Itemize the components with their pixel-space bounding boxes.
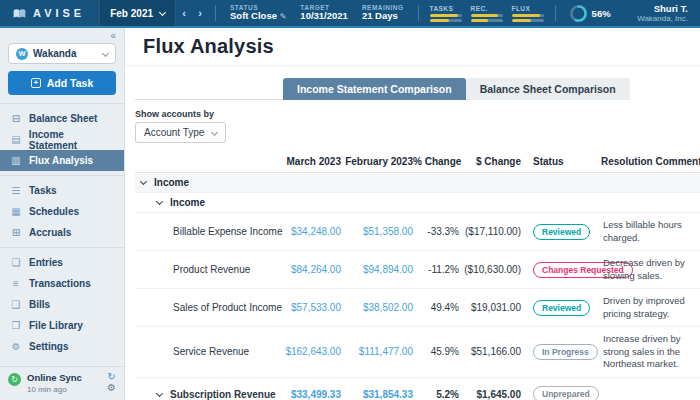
meter-rec[interactable]: REC.	[471, 5, 503, 22]
dollar-change-value: $51,166.00	[459, 346, 521, 357]
app-window: AVISE Feb 2021 ‹ › STATUS Soft Close ✎ T…	[0, 0, 700, 400]
app-logo[interactable]: AVISE	[0, 7, 99, 20]
progress-percent: 56%	[592, 8, 611, 19]
collapse-sidebar-icon[interactable]: «	[0, 31, 124, 41]
february-value[interactable]: $38,502.00	[341, 302, 413, 313]
divider	[555, 5, 556, 21]
reconciliation-meter-icon	[471, 19, 503, 22]
tab-income-statement-comparison[interactable]: Income Statement Comparison	[283, 78, 466, 100]
status-value: Soft Close	[230, 10, 277, 21]
user-name: Shuri T.	[637, 3, 688, 14]
nav-group: ☰Tasks▦Schedules⊞Accruals	[0, 175, 124, 247]
account-name: Service Revenue	[173, 346, 249, 357]
file-library-icon: ❒	[10, 320, 22, 331]
sidebar-item-flux-analysis[interactable]: ▥Flux Analysis	[0, 150, 124, 171]
sidebar-item-label: Tasks	[29, 185, 57, 196]
dollar-change-value: ($17,110.00)	[459, 226, 521, 237]
march-value[interactable]: $84,264.00	[283, 264, 341, 275]
meter-label: REC.	[471, 5, 503, 12]
sidebar-item-balance-sheet[interactable]: ⊟Balance Sheet	[0, 108, 124, 129]
march-value[interactable]: $162,643.00	[283, 346, 341, 357]
next-period-button[interactable]: ›	[192, 0, 208, 26]
online-sync-status: ↻ Online Sync 10 min ago ↻ ⚙	[0, 366, 124, 400]
march-value[interactable]: $33,499.33	[283, 389, 341, 400]
nav-group: ⊟Balance Sheet▤Income Statement▥Flux Ana…	[0, 103, 124, 175]
pct-change-value: -33.3%	[413, 226, 459, 237]
progress-ring-icon	[569, 4, 588, 23]
sidebar-item-schedules[interactable]: ▦Schedules	[0, 201, 124, 222]
completion-ring[interactable]: 56%	[569, 4, 611, 23]
table-row-billable-expense-income[interactable]: Billable Expense Income$34,248.00$51,358…	[135, 213, 700, 251]
balance-sheet-icon: ⊟	[10, 113, 22, 124]
company-name: Wakanda, Inc.	[637, 14, 688, 24]
february-value[interactable]: $31,854.33	[341, 389, 413, 400]
february-value[interactable]: $111,477.00	[341, 346, 413, 357]
resolution-comment: Decrease driven by slowing sales.	[601, 257, 700, 282]
refresh-icon[interactable]: ↻	[107, 372, 115, 382]
entity-selector[interactable]: W Wakanda	[8, 43, 116, 64]
flux-meter-icon	[512, 14, 544, 17]
sidebar-item-entries[interactable]: ❏Entries	[0, 252, 124, 273]
edit-status-icon[interactable]: ✎	[280, 12, 287, 21]
account-type-select[interactable]: Account Type	[135, 122, 226, 143]
table-row-service-revenue[interactable]: Service Revenue$162,643.00$111,477.0045.…	[135, 327, 700, 378]
entries-icon: ❏	[10, 257, 22, 268]
sidebar-item-settings[interactable]: ⚙Settings	[0, 336, 124, 357]
income-statement-icon: ▤	[10, 134, 22, 145]
meter-tasks[interactable]: TASKS	[430, 5, 462, 22]
march-value[interactable]: $57,533.00	[283, 302, 341, 313]
add-task-label: Add Task	[47, 77, 93, 89]
period-selector[interactable]: Feb 2021	[99, 0, 176, 26]
logo-text: AVISE	[33, 7, 85, 19]
table-body: IncomeIncomeBillable Expense Income$34,2…	[135, 173, 700, 400]
table-row-product-revenue[interactable]: Product Revenue$84,264.00$94,894.00-11.2…	[135, 251, 700, 289]
avise-logo-icon	[12, 7, 27, 20]
table-row-subscription-revenue[interactable]: Subscription Revenue$33,499.33$31,854.33…	[135, 378, 700, 400]
sidebar-item-accruals[interactable]: ⊞Accruals	[0, 222, 124, 243]
table-row-sales-of-product-income[interactable]: Sales of Product Income$57,533.00$38,502…	[135, 289, 700, 327]
tasks-meter-icon	[430, 19, 462, 22]
sidebar-item-label: Bills	[29, 299, 50, 310]
chevron-down-icon	[211, 129, 218, 136]
sidebar-item-tasks[interactable]: ☰Tasks	[0, 180, 124, 201]
gear-icon[interactable]: ⚙	[107, 383, 116, 393]
february-value[interactable]: $51,358.00	[341, 226, 413, 237]
status-badge[interactable]: Reviewed	[533, 300, 590, 316]
page-header: Flux Analysis	[125, 28, 700, 66]
collapse-row-icon[interactable]	[156, 198, 163, 205]
collapse-row-icon[interactable]	[140, 178, 147, 185]
divider	[418, 5, 419, 21]
status-badge[interactable]: In Progress	[533, 344, 598, 360]
sidebar-item-bills[interactable]: ❑Bills	[0, 294, 124, 315]
status-block: STATUS Soft Close ✎	[230, 4, 286, 22]
tab-balance-sheet-comparison[interactable]: Balance Sheet Comparison	[466, 78, 630, 100]
sidebar-item-label: File Library	[29, 320, 83, 331]
page-title: Flux Analysis	[143, 35, 700, 58]
march-value[interactable]: $34,248.00	[283, 226, 341, 237]
progress-meters: TASKSREC.FLUX	[430, 5, 544, 22]
meter-flux[interactable]: FLUX	[512, 5, 544, 22]
user-info[interactable]: Shuri T. Wakanda, Inc.	[637, 3, 700, 24]
group-row-income[interactable]: Income	[135, 173, 700, 193]
previous-period-button[interactable]: ‹	[176, 0, 192, 26]
selected-filter-value: Account Type	[144, 127, 204, 138]
add-task-button[interactable]: + Add Task	[8, 71, 116, 95]
table-header-row: March 2023 February 2023 % Change $ Chan…	[135, 151, 700, 173]
group-row-income[interactable]: Income	[135, 193, 700, 213]
sidebar-item-income-statement[interactable]: ▤Income Statement	[0, 129, 124, 150]
sync-label: Online Sync	[27, 372, 82, 383]
sync-time: 10 min ago	[27, 385, 82, 394]
dollar-change-value: $19,031.00	[459, 302, 521, 313]
sidebar-item-file-library[interactable]: ❒File Library	[0, 315, 124, 336]
reconciliation-meter-icon	[471, 14, 503, 17]
february-value[interactable]: $94,894.00	[341, 264, 413, 275]
status-badge[interactable]: Unprepared	[533, 386, 599, 400]
settings-icon: ⚙	[10, 341, 22, 352]
column-header-february: February 2023	[341, 156, 413, 167]
top-bar: AVISE Feb 2021 ‹ › STATUS Soft Close ✎ T…	[0, 0, 700, 26]
dollar-change-value: ($10,630.00)	[459, 264, 521, 275]
status-badge[interactable]: Reviewed	[533, 224, 590, 240]
flux-meter-icon	[512, 19, 544, 22]
sidebar-item-transactions[interactable]: ≡Transactions	[0, 273, 124, 294]
collapse-row-icon[interactable]	[156, 389, 163, 396]
